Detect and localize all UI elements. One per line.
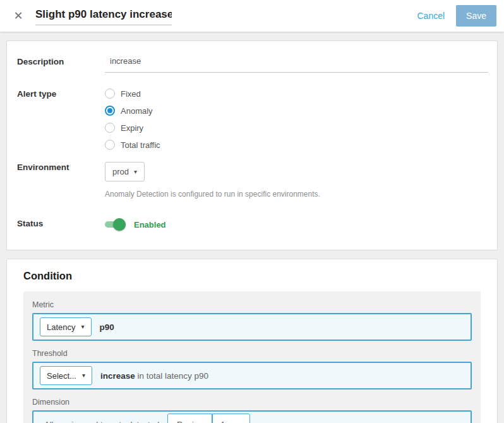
alert-name-input[interactable]: Slight p90 latency increase bbox=[35, 7, 172, 25]
dimension-field: All proxies and targets detected Region … bbox=[32, 410, 472, 423]
dimension-region-button[interactable]: Region bbox=[167, 414, 212, 423]
environment-label: Environment bbox=[17, 162, 105, 199]
toggle-knob bbox=[113, 218, 126, 231]
radio-option-expiry[interactable]: Expiry bbox=[105, 123, 488, 133]
threshold-dropdown[interactable]: Select... ▾ bbox=[40, 366, 92, 385]
cancel-button[interactable]: Cancel bbox=[417, 11, 445, 21]
dimension-filter-group: Region Any ▾ bbox=[167, 414, 250, 423]
radio-option-total-traffic[interactable]: Total traffic bbox=[105, 140, 488, 150]
save-button[interactable]: Save bbox=[456, 5, 496, 27]
environment-helper-text: Anomaly Detection is configured to run i… bbox=[105, 190, 488, 199]
threshold-section: Threshold Select... ▾ increase in total … bbox=[32, 349, 472, 389]
threshold-value-bold: increase bbox=[100, 371, 135, 381]
dialog-header: ✕ Slight p90 latency increase Cancel Sav… bbox=[0, 0, 504, 32]
threshold-value-rest: in total latency p90 bbox=[135, 371, 208, 381]
description-row: Description increase bbox=[17, 56, 488, 73]
environment-dropdown-value: prod bbox=[112, 167, 129, 176]
threshold-field: Select... ▾ increase in total latency p9… bbox=[32, 362, 472, 389]
radio-option-anomaly[interactable]: Anomaly bbox=[105, 106, 488, 116]
metric-field: Latency ▾ p90 bbox=[32, 313, 472, 341]
caret-down-icon: ▾ bbox=[82, 372, 85, 379]
condition-card: Condition Metric Latency ▾ p90 Threshold… bbox=[6, 259, 498, 423]
radio-icon[interactable] bbox=[105, 140, 115, 150]
radio-icon[interactable] bbox=[105, 106, 115, 116]
metric-dropdown[interactable]: Latency ▾ bbox=[40, 317, 92, 336]
close-icon: ✕ bbox=[13, 9, 23, 22]
metric-label: Metric bbox=[32, 300, 472, 309]
radio-icon[interactable] bbox=[105, 123, 115, 133]
dimension-any-value: Any bbox=[220, 420, 234, 423]
status-row: Status Enabled bbox=[17, 218, 488, 231]
metric-section: Metric Latency ▾ p90 bbox=[32, 300, 472, 341]
caret-down-icon: ▾ bbox=[81, 324, 85, 330]
radio-icon[interactable] bbox=[105, 89, 115, 99]
condition-panel: Metric Latency ▾ p90 Threshold Select...… bbox=[23, 291, 481, 423]
metric-value: p90 bbox=[100, 322, 114, 332]
status-label: Status bbox=[17, 218, 105, 231]
general-settings-card: Description increase Alert type Fixed An… bbox=[6, 40, 498, 250]
caret-down-icon: ▾ bbox=[134, 169, 137, 175]
radio-label: Fixed bbox=[121, 89, 141, 99]
threshold-dropdown-value: Select... bbox=[47, 371, 76, 381]
dimension-description: All proxies and targets detected bbox=[40, 420, 159, 423]
alert-type-row: Alert type Fixed Anomaly Expiry Total tr… bbox=[17, 89, 488, 150]
alert-type-label: Alert type bbox=[17, 89, 105, 150]
dimension-section: Dimension All proxies and targets detect… bbox=[32, 398, 472, 423]
dialog-body: Description increase Alert type Fixed An… bbox=[0, 32, 504, 423]
environment-row: Environment prod ▾ Anomaly Detection is … bbox=[17, 162, 488, 199]
threshold-description: increase in total latency p90 bbox=[100, 371, 208, 381]
radio-label: Anomaly bbox=[121, 106, 153, 116]
close-button[interactable]: ✕ bbox=[10, 8, 27, 24]
status-value: Enabled bbox=[134, 220, 166, 230]
radio-option-fixed[interactable]: Fixed bbox=[105, 89, 488, 99]
radio-label: Expiry bbox=[121, 123, 143, 133]
environment-dropdown[interactable]: prod ▾ bbox=[105, 162, 145, 181]
dimension-any-dropdown[interactable]: Any ▾ bbox=[212, 414, 249, 423]
threshold-label: Threshold bbox=[32, 349, 472, 358]
status-toggle[interactable] bbox=[105, 218, 126, 231]
metric-dropdown-value: Latency bbox=[47, 322, 76, 332]
description-input[interactable]: increase bbox=[105, 56, 488, 73]
condition-title: Condition bbox=[23, 270, 481, 282]
description-label: Description bbox=[17, 56, 105, 73]
dimension-label: Dimension bbox=[32, 398, 472, 407]
radio-label: Total traffic bbox=[121, 140, 160, 150]
